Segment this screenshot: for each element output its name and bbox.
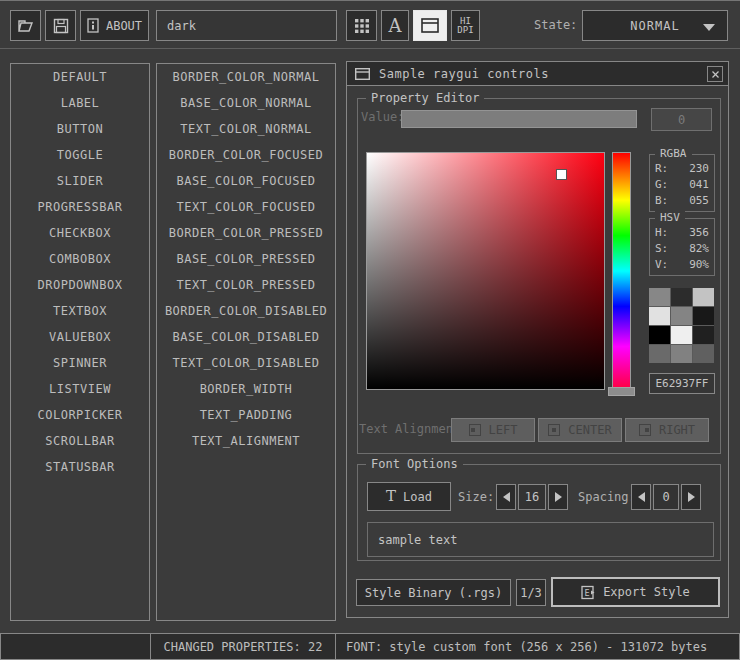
properties-list-item[interactable]: BORDER_COLOR_DISABLED xyxy=(157,298,335,324)
controls-list-item[interactable]: SLIDER xyxy=(11,168,149,194)
font-size-decrement-button[interactable] xyxy=(496,484,516,510)
window-close-button[interactable] xyxy=(707,66,723,82)
export-style-button[interactable]: E Export Style xyxy=(551,577,720,607)
g-value: 041 xyxy=(689,177,709,193)
color-swatch[interactable] xyxy=(649,288,670,306)
font-size-label: Size: xyxy=(458,490,494,504)
controls-list-item[interactable]: DEFAULT xyxy=(11,64,149,90)
about-button-label: ABOUT xyxy=(106,19,142,33)
color-swatch[interactable] xyxy=(693,326,714,344)
font-size-value: 16 xyxy=(525,490,539,504)
hue-bar[interactable] xyxy=(612,152,631,390)
controls-list-item[interactable]: CHECKBOX xyxy=(11,220,149,246)
properties-list-item[interactable]: BORDER_COLOR_FOCUSED xyxy=(157,142,335,168)
controls-list-item[interactable]: COLORPICKER xyxy=(11,402,149,428)
controls-view-button[interactable] xyxy=(413,10,447,41)
floppy-disk-icon xyxy=(53,18,69,34)
controls-list-item[interactable]: STATUSBAR xyxy=(11,454,149,480)
r-value: 230 xyxy=(689,161,709,177)
hue-slider-handle[interactable] xyxy=(608,387,635,396)
properties-list-item[interactable]: TEXT_COLOR_PRESSED xyxy=(157,272,335,298)
open-file-button[interactable] xyxy=(10,10,41,41)
color-swatch[interactable] xyxy=(649,326,670,344)
export-pages-button[interactable]: 1/3 xyxy=(516,579,546,606)
controls-list-item[interactable]: TOGGLE xyxy=(11,142,149,168)
state-dropdown[interactable]: NORMAL xyxy=(582,10,728,41)
align-left-toggle[interactable]: LEFT xyxy=(451,418,535,442)
controls-list-item[interactable]: TEXTBOX xyxy=(11,298,149,324)
controls-list-item[interactable]: VALUEBOX xyxy=(11,324,149,350)
style-binary-button[interactable]: Style Binary (.rgs) xyxy=(356,579,511,606)
value-valuebox[interactable]: 0 xyxy=(651,108,712,131)
statusbar-left-cell xyxy=(0,633,151,660)
font-view-button[interactable]: A xyxy=(381,10,409,41)
window-titlebar[interactable]: Sample raygui controls xyxy=(347,62,728,86)
h-value: 356 xyxy=(689,225,709,241)
about-button[interactable]: ABOUT xyxy=(80,10,149,41)
hsv-group-label: HSV xyxy=(655,211,685,224)
color-picker-selector-handle[interactable] xyxy=(557,170,566,179)
properties-list-item[interactable]: TEXT_PADDING xyxy=(157,402,335,428)
properties-listview[interactable]: BORDER_COLOR_NORMALBASE_COLOR_NORMALTEXT… xyxy=(156,63,336,621)
properties-list-item[interactable]: BASE_COLOR_DISABLED xyxy=(157,324,335,350)
hidpi-button[interactable]: HI DPI xyxy=(451,10,480,41)
color-swatch[interactable] xyxy=(693,288,714,306)
rgba-group: RGBA R: 230 G: 041 B: 055 xyxy=(649,154,715,212)
sample-text-value: sample text xyxy=(378,533,457,547)
color-swatch[interactable] xyxy=(671,326,692,344)
controls-listview[interactable]: DEFAULTLABELBUTTONTOGGLESLIDERPROGRESSBA… xyxy=(10,63,150,621)
save-file-button[interactable] xyxy=(45,10,76,41)
folder-icon xyxy=(17,18,34,33)
controls-list-item[interactable]: SPINNER xyxy=(11,350,149,376)
controls-list-item[interactable]: BUTTON xyxy=(11,116,149,142)
properties-list-item[interactable]: BASE_COLOR_PRESSED xyxy=(157,246,335,272)
style-name-input[interactable]: dark xyxy=(156,10,337,41)
color-swatch[interactable] xyxy=(693,307,714,325)
align-center-toggle[interactable]: CENTER xyxy=(538,418,622,442)
font-spacing-valuebox[interactable]: 0 xyxy=(653,484,679,510)
color-swatch[interactable] xyxy=(649,345,670,363)
sample-text-input[interactable]: sample text xyxy=(367,522,714,557)
color-picker-sv-panel[interactable] xyxy=(366,152,605,390)
value-slider[interactable] xyxy=(401,110,637,128)
properties-list-item[interactable]: BASE_COLOR_FOCUSED xyxy=(157,168,335,194)
properties-list-item[interactable]: BORDER_WIDTH xyxy=(157,376,335,402)
r-label: R: xyxy=(655,161,668,177)
color-swatch[interactable] xyxy=(671,307,692,325)
font-size-valuebox[interactable]: 16 xyxy=(518,484,546,510)
align-right-icon xyxy=(639,424,651,436)
font-spacing-decrement-button[interactable] xyxy=(631,484,651,510)
style-binary-label: Style Binary (.rgs) xyxy=(365,586,502,600)
font-load-button[interactable]: T Load xyxy=(367,482,451,511)
style-color-swatches[interactable] xyxy=(649,288,714,363)
controls-list-item[interactable]: LISTVIEW xyxy=(11,376,149,402)
controls-list-item[interactable]: DROPDOWNBOX xyxy=(11,272,149,298)
color-swatch[interactable] xyxy=(671,288,692,306)
controls-list-item[interactable]: PROGRESSBAR xyxy=(11,194,149,220)
controls-list-item[interactable]: COMBOBOX xyxy=(11,246,149,272)
properties-list-item[interactable]: BORDER_COLOR_PRESSED xyxy=(157,220,335,246)
align-right-toggle[interactable]: RIGHT xyxy=(625,418,709,442)
font-size-increment-button[interactable] xyxy=(548,484,568,510)
properties-list-item[interactable]: BORDER_COLOR_NORMAL xyxy=(157,64,335,90)
properties-list-item[interactable]: TEXT_COLOR_NORMAL xyxy=(157,116,335,142)
hsv-group: HSV H: 356 S: 82% V: 90% xyxy=(649,218,715,276)
close-icon xyxy=(712,71,719,78)
font-spacing-increment-button[interactable] xyxy=(681,484,701,510)
controls-list-item[interactable]: LABEL xyxy=(11,90,149,116)
controls-list-item[interactable]: SCROLLBAR xyxy=(11,428,149,454)
color-swatch[interactable] xyxy=(693,345,714,363)
properties-list-item[interactable]: TEXT_COLOR_FOCUSED xyxy=(157,194,335,220)
hex-color-textbox[interactable]: E62937FF xyxy=(649,373,715,394)
color-swatch[interactable] xyxy=(671,345,692,363)
color-swatch[interactable] xyxy=(649,307,670,325)
font-a-icon: A xyxy=(389,17,402,35)
properties-list-item[interactable]: TEXT_ALIGNMENT xyxy=(157,428,335,454)
align-left-icon xyxy=(469,424,481,436)
text-alignment-label: Text Alignment: xyxy=(359,422,451,438)
properties-list-item[interactable]: BASE_COLOR_NORMAL xyxy=(157,90,335,116)
properties-list-item[interactable]: TEXT_COLOR_DISABLED xyxy=(157,350,335,376)
style-table-button[interactable] xyxy=(346,10,377,41)
v-value: 90% xyxy=(689,257,709,273)
statusbar: CHANGED PROPERTIES: 22 FONT: style custo… xyxy=(0,633,740,660)
